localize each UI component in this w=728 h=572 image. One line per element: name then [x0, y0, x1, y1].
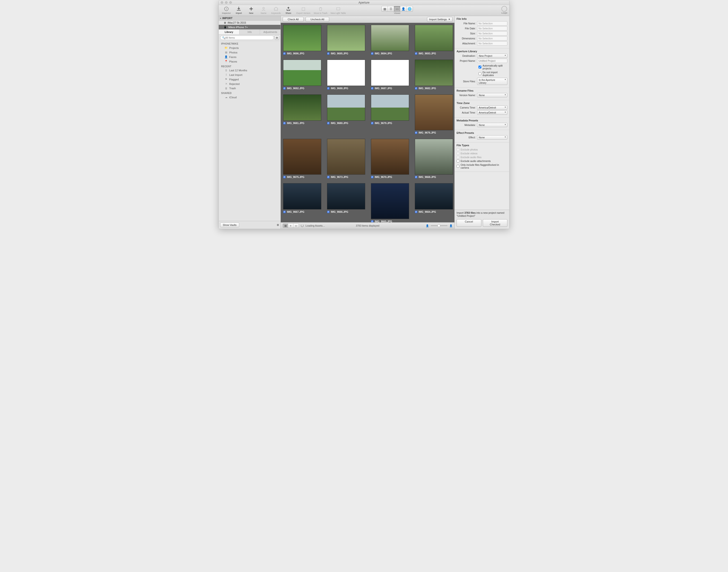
tab-info[interactable]: Info [239, 29, 260, 34]
move-to-trash-button[interactable]: Move to Trash [313, 6, 329, 14]
camera-time-select[interactable]: America/Detroit [477, 105, 507, 110]
thumbnail-image[interactable] [283, 94, 321, 121]
thumbnail-image[interactable] [415, 139, 453, 174]
share-button[interactable]: Share [283, 6, 294, 14]
viewer-list-button[interactable]: ☰ [388, 6, 394, 11]
thumbnail-checkbox[interactable]: ✓ [283, 122, 286, 125]
thumbnail-cell[interactable]: ✓IMG_9694.JPG [371, 25, 409, 55]
thumbnail-cell[interactable]: ✓IMG_9664.JPG [415, 183, 453, 222]
sidebar-search-input[interactable] [220, 35, 274, 40]
import-checked-button[interactable]: Import Checked [483, 219, 508, 227]
thumbnail-image[interactable] [327, 183, 365, 209]
auto-split-checkbox[interactable] [479, 66, 481, 68]
viewer-web-button[interactable]: 🌐 [407, 6, 413, 11]
thumbnail-image[interactable] [415, 60, 453, 86]
thumbnail-cell[interactable]: ✓IMG_9675.JPG [283, 139, 321, 178]
thumbnail-checkbox[interactable]: ✓ [327, 176, 330, 178]
sidebar-footer-options-button[interactable]: ⚙ [277, 223, 279, 227]
sidebar-item[interactable]: ⇩Last Import [219, 73, 281, 77]
export-version-button[interactable]: Export Version [295, 6, 312, 14]
store-files-select[interactable]: In the Aperture Library [477, 78, 507, 85]
thumbnail-checkbox[interactable]: ✓ [415, 52, 418, 55]
thumbnail-image[interactable] [371, 94, 409, 121]
cancel-button[interactable]: Cancel [456, 219, 481, 227]
thumbnail-checkbox[interactable]: ✓ [371, 176, 373, 178]
thumbnail-checkbox[interactable]: ✓ [327, 211, 330, 213]
thumbnail-cell[interactable]: ✓IMG_9692.JPG [283, 60, 321, 90]
thumbnail-image[interactable] [283, 183, 321, 209]
thumbnail-cell[interactable]: ✓IMG_9679.JPG [371, 94, 409, 134]
thumbnail-image[interactable] [371, 139, 409, 174]
thumbnail-checkbox[interactable]: ✓ [415, 211, 418, 213]
actual-time-select[interactable]: America/Detroit [477, 111, 507, 115]
thumbnail-checkbox[interactable]: ✓ [371, 122, 373, 125]
thumbnail-cell[interactable]: ✓IMG_9695.JPG [327, 25, 365, 55]
thumbnail-cell[interactable]: ✓IMG_9676.JPG [415, 94, 453, 134]
exclude-audio-checkbox[interactable] [456, 156, 459, 159]
show-vaults-button[interactable]: Show Vaults [220, 223, 239, 227]
thumbnail-checkbox[interactable]: ✓ [283, 211, 286, 213]
viewer-faces-button[interactable]: 👤 [400, 6, 407, 11]
thumbnail-checkbox[interactable]: ✓ [415, 87, 418, 90]
check-all-button[interactable]: Check All [283, 17, 304, 22]
inspector-button[interactable]: i Inspector [221, 6, 232, 14]
import-button[interactable]: Import [233, 6, 244, 14]
loupe-button[interactable]: Loupe [501, 6, 507, 14]
thumbnail-cell[interactable]: ✓IMG_9693.JPG [415, 25, 453, 55]
sidebar-item[interactable]: 🗓Last 12 Months [219, 68, 281, 73]
sidebar-item[interactable]: ✕Rejected [219, 82, 281, 86]
thumbnail-checkbox[interactable]: ✓ [371, 220, 373, 223]
tab-adjustments[interactable]: Adjustments [260, 29, 281, 34]
keywords-button[interactable]: Keywords [270, 6, 282, 14]
project-name-input[interactable] [477, 59, 507, 63]
thumbnail-cell[interactable]: ✓IMG_9665.JPG [371, 183, 409, 222]
sidebar-item[interactable]: ▦Photos [219, 50, 281, 55]
thumbnail-checkbox[interactable]: ✓ [283, 87, 286, 90]
import-panel-header[interactable]: ▸ IMPORT [219, 16, 281, 20]
list-view-icon[interactable]: ≡ [288, 224, 293, 227]
import-settings-button[interactable]: Import Settings ▼ [427, 17, 452, 22]
thumbnail-size-slider[interactable] [431, 225, 447, 226]
sidebar-item[interactable]: 📁Projects [219, 46, 281, 50]
sidebar-item[interactable]: 👤Faces [219, 55, 281, 59]
thumbnail-checkbox[interactable]: ✓ [415, 176, 418, 178]
name-button[interactable]: Name [258, 6, 269, 14]
thumbnail-checkbox[interactable]: ✓ [327, 122, 330, 125]
thumbnail-cell[interactable]: ✓IMG_9673.JPG [327, 139, 365, 178]
thumbnail-cell[interactable]: ✓IMG_9688.JPG [327, 60, 365, 90]
effect-select[interactable]: None [477, 135, 507, 140]
tab-library[interactable]: Library [219, 29, 239, 34]
sidebar-item[interactable]: 📍Places [219, 59, 281, 64]
viewer-single-button[interactable]: ▭ [394, 6, 400, 11]
exclude-photos-checkbox[interactable] [456, 148, 459, 151]
only-flagged-checkbox[interactable] [456, 165, 459, 168]
thumbnail-cell[interactable]: ✓IMG_9696.JPG [283, 25, 321, 55]
thumbnail-cell[interactable]: ✓IMG_9687.JPG [371, 60, 409, 90]
thumbnail-image[interactable] [283, 60, 321, 86]
thumbnail-checkbox[interactable]: ✓ [327, 87, 330, 90]
thumbnail-image[interactable] [327, 25, 365, 51]
thumbnail-cell[interactable]: ✓IMG_9670.JPG [371, 139, 409, 178]
no-duplicates-checkbox[interactable] [479, 72, 481, 75]
thumbnail-cell[interactable]: ✓IMG_9667.JPG [283, 183, 321, 222]
thumbnail-cell[interactable]: ✓IMG_9668.JPG [415, 139, 453, 178]
device-iphone[interactable]: 📱Mikes iPhone 7+ [219, 25, 281, 29]
thumbnail-cell[interactable]: ✓IMG_9682.JPG [415, 60, 453, 90]
thumbnail-image[interactable] [415, 183, 453, 209]
thumbnail-checkbox[interactable]: ✓ [283, 176, 286, 178]
exclude-audio-attachments-checkbox[interactable] [456, 160, 459, 162]
thumbnail-image[interactable] [371, 183, 409, 219]
thumbnail-image[interactable] [415, 94, 453, 130]
thumbnail-checkbox[interactable]: ✓ [327, 52, 330, 55]
thumbnail-image[interactable] [371, 60, 409, 86]
thumbnail-grid-scroll[interactable]: ✓IMG_9696.JPG✓IMG_9695.JPG✓IMG_9694.JPG✓… [281, 23, 454, 222]
thumbnail-image[interactable] [327, 60, 365, 86]
thumbnail-checkbox[interactable]: ✓ [415, 131, 418, 134]
thumbnail-cell[interactable]: ✓IMG_9680.JPG [327, 94, 365, 134]
thumbnail-cell[interactable]: ✓IMG_9666.JPG [327, 183, 365, 222]
thumbnail-image[interactable] [327, 94, 365, 121]
thumbnail-image[interactable] [283, 139, 321, 174]
destination-select[interactable]: New Project [477, 54, 507, 58]
thumbnail-checkbox[interactable]: ✓ [283, 52, 286, 55]
thumbnail-image[interactable] [283, 25, 321, 51]
